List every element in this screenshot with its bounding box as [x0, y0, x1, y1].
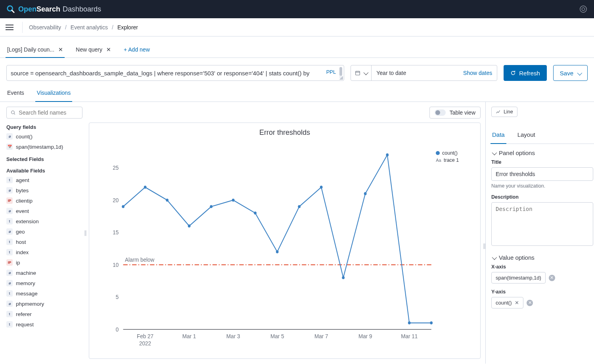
resize-handle[interactable]: [339, 76, 343, 80]
fields-sidebar: Query fields ⌀count() 📅span(timestamp,1d…: [0, 102, 86, 364]
panel-options-header[interactable]: Panel options: [491, 149, 594, 156]
tab-events[interactable]: Events: [6, 84, 25, 102]
table-view-label: Table view: [450, 109, 475, 116]
field-item[interactable]: ⌀machine: [6, 269, 82, 277]
svg-text:Alarm below: Alarm below: [125, 256, 155, 263]
add-tab-button[interactable]: + Add new: [123, 41, 151, 57]
legend-item[interactable]: Aatrace 1: [436, 157, 473, 163]
svg-text:0: 0: [116, 326, 119, 333]
breadcrumb: Observability / Event analytics / Explor…: [29, 24, 138, 31]
refresh-label: Refresh: [519, 70, 540, 77]
svg-rect-3: [356, 71, 360, 75]
search-icon: [11, 110, 15, 115]
type-badge: ⌀: [6, 228, 13, 235]
field-item[interactable]: treferer: [6, 310, 82, 318]
show-dates-link[interactable]: Show dates: [458, 65, 497, 80]
field-item[interactable]: thost: [6, 238, 82, 246]
field-item[interactable]: tindex: [6, 248, 82, 256]
field-name: agent: [16, 177, 29, 183]
time-range-display[interactable]: Year to date: [372, 65, 458, 80]
svg-point-4: [11, 111, 15, 114]
svg-point-34: [386, 153, 389, 157]
field-item[interactable]: ⌀count(): [6, 132, 82, 140]
type-badge: t: [6, 239, 13, 245]
query-editor[interactable]: PPL: [6, 65, 344, 81]
chart-title: Error thresholds: [96, 128, 473, 137]
description-input[interactable]: [491, 202, 593, 246]
svg-point-30: [298, 205, 301, 208]
value-options-header[interactable]: Value options: [491, 254, 594, 261]
remove-pill-icon[interactable]: ✕: [515, 300, 519, 306]
tab-layout[interactable]: Layout: [517, 126, 536, 144]
yaxis-field-pill[interactable]: count()✕: [491, 297, 523, 308]
pill-label: count(): [496, 300, 512, 306]
description-label: Description: [491, 194, 594, 200]
table-view-toggle[interactable]: Table view: [429, 107, 481, 119]
view-tabs: Events Visualizations: [0, 84, 594, 102]
save-button[interactable]: Save: [553, 65, 588, 81]
svg-point-32: [342, 276, 345, 279]
field-name: span(timestamp,1d): [16, 144, 63, 150]
section-selected-fields: Selected Fields: [6, 156, 82, 162]
remove-yaxis-button[interactable]: ✕: [527, 300, 533, 306]
svg-point-36: [430, 322, 433, 325]
title-helper: Name your visualization.: [491, 183, 594, 189]
field-item[interactable]: tagent: [6, 176, 82, 184]
svg-text:5: 5: [116, 293, 119, 300]
xaxis-field-pill[interactable]: span(timestamp,1d): [491, 272, 546, 284]
pill-label: span(timestamp,1d): [496, 275, 541, 281]
field-item[interactable]: IPclientip: [6, 197, 82, 205]
tab-visualizations[interactable]: Visualizations: [36, 84, 71, 102]
close-tab-icon[interactable]: ✕: [106, 46, 111, 53]
tab-data[interactable]: Data: [491, 126, 506, 144]
field-name: request: [16, 322, 34, 328]
query-input[interactable]: [11, 69, 322, 77]
type-badge: ⌀: [6, 280, 13, 286]
switch[interactable]: [435, 109, 446, 116]
field-name: event: [16, 208, 29, 214]
chart-plot[interactable]: 0510152025Feb 272022Mar 1Mar 3Mar 5Mar 7…: [96, 138, 436, 354]
field-name: index: [16, 249, 29, 255]
svg-point-31: [320, 186, 323, 189]
field-item[interactable]: trequest: [6, 320, 82, 328]
query-tab[interactable]: [Logs] Daily coun... ✕: [6, 41, 64, 57]
field-item[interactable]: ⌀phpmemory: [6, 300, 82, 308]
query-tab-label: New query: [76, 46, 102, 53]
field-item[interactable]: IPip: [6, 259, 82, 266]
legend-label: trace 1: [444, 157, 459, 163]
svg-text:Feb 27: Feb 27: [137, 333, 153, 340]
type-badge: ⌀: [6, 133, 13, 140]
calendar-button[interactable]: [351, 65, 372, 80]
field-item[interactable]: tmessage: [6, 289, 82, 297]
value-options-label: Value options: [499, 254, 535, 261]
field-item[interactable]: ⌀event: [6, 207, 82, 215]
svg-point-28: [254, 212, 257, 215]
svg-point-25: [188, 224, 191, 228]
breadcrumb-item[interactable]: Observability: [29, 24, 61, 31]
brand: OpenSearchDashboards: [6, 5, 101, 13]
refresh-button[interactable]: Refresh: [504, 65, 547, 81]
query-tab[interactable]: New query ✕: [75, 41, 112, 57]
help-icon[interactable]: [579, 5, 588, 13]
field-item[interactable]: ⌀memory: [6, 279, 82, 287]
remove-xaxis-button[interactable]: ✕: [549, 275, 555, 281]
field-item[interactable]: ⌀bytes: [6, 186, 82, 194]
field-item[interactable]: 📅span(timestamp,1d): [6, 143, 82, 151]
field-item[interactable]: ⌀geo: [6, 228, 82, 236]
type-badge: t: [6, 321, 13, 328]
ppl-badge[interactable]: PPL: [326, 69, 336, 75]
field-item[interactable]: textension: [6, 217, 82, 225]
field-name: bytes: [16, 188, 29, 193]
field-name: machine: [16, 270, 36, 276]
chevron-down-icon: [363, 70, 367, 76]
close-tab-icon[interactable]: ✕: [58, 46, 63, 53]
legend-item[interactable]: count(): [436, 150, 473, 156]
field-search[interactable]: [6, 107, 82, 119]
title-input[interactable]: [491, 167, 593, 181]
breadcrumb-item[interactable]: Event analytics: [71, 24, 108, 31]
refresh-icon: [510, 70, 516, 76]
field-search-input[interactable]: [19, 109, 78, 116]
nav-toggle-button[interactable]: [5, 23, 14, 32]
viz-type-selector[interactable]: Line: [491, 107, 517, 117]
type-badge: t: [6, 290, 13, 297]
